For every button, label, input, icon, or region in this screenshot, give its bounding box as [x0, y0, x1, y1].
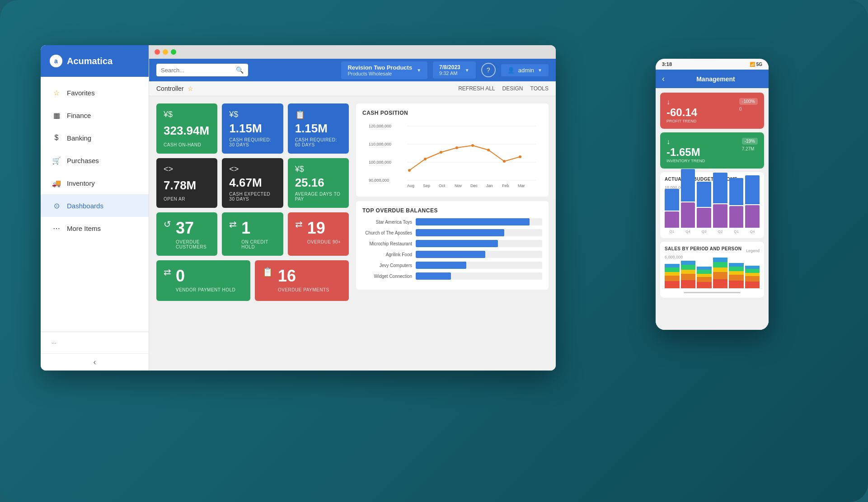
sidebar-item-more-items[interactable]: ⋯ More Items [41, 217, 149, 239]
window-maximize-btn[interactable] [171, 49, 176, 55]
bar-fill [416, 229, 504, 236]
search-input[interactable] [161, 67, 232, 74]
design-btn[interactable]: DESIGN [502, 85, 523, 92]
overdue-label: ON CREDIT HOLD [241, 239, 276, 249]
svg-text:Sep: Sep [423, 183, 430, 188]
mobile-status-bar: 3:18 📶 5G [656, 59, 769, 70]
sidebar-more[interactable]: ··· [41, 332, 149, 353]
mobile-bar-chart [665, 192, 760, 228]
sidebar-item-label: Favorites [67, 89, 95, 97]
currency-icon: ¥$ [164, 110, 210, 119]
stacked-bar [713, 258, 728, 288]
currency-icon: ¥$ [295, 164, 342, 174]
overdue-value: 16 [278, 267, 329, 286]
sidebar-item-purchases[interactable]: 🛒 Purchases [41, 149, 149, 172]
kpi-cash-60[interactable]: 📋 1.15M CASH REQUIRED: 60 DAYS [288, 103, 349, 154]
mobile-pct-badge: -100% [739, 98, 758, 105]
bar-fill [416, 251, 485, 258]
overdue-chart-title: TOP OVERDUE BALANCES [362, 207, 542, 214]
bar-label: Microchip Restaurant [362, 241, 412, 246]
seg [697, 274, 712, 277]
kpi-value: 4.67M [229, 176, 276, 190]
mobile-profit-trend-card[interactable]: ↓ -60.14 PROFIT TREND -100% 0 [660, 93, 764, 129]
refresh-all-btn[interactable]: REFRESH ALL [458, 85, 495, 92]
bar-fill [416, 272, 451, 280]
stacked-bar [745, 266, 760, 288]
search-icon[interactable]: 🔍 [236, 66, 244, 74]
window-minimize-btn[interactable] [163, 49, 168, 55]
mobile-stacked-bar-chart [665, 261, 760, 288]
sidebar-item-banking[interactable]: $ Banking [41, 127, 149, 149]
svg-text:120,000,000: 120,000,000 [369, 124, 391, 128]
svg-point-13 [487, 149, 490, 151]
seg [665, 272, 680, 276]
sidebar-logo: a Acumatica [41, 45, 149, 77]
overdue-payments-tile[interactable]: 📋 16 OVERDUE PAYMENTS [255, 260, 349, 301]
sidebar-item-dashboards[interactable]: ⊙ Dashboards [41, 194, 149, 217]
sidebar-nav: ☆ Favorites ▦ Finance $ Banking 🛒 Purcha… [41, 77, 149, 332]
back-icon[interactable]: ‹ [662, 74, 665, 84]
bar-track [416, 229, 542, 236]
window-close-btn[interactable] [155, 49, 160, 55]
seg [713, 272, 728, 279]
help-button[interactable]: ? [481, 63, 496, 77]
bar-label: Widget Connection [362, 274, 412, 279]
overdue-value: 19 [307, 219, 341, 238]
transfer-icon: ⇄ [164, 267, 171, 277]
chevron-left-icon: ‹ [94, 357, 96, 367]
x-label: Q4 [681, 230, 695, 234]
overdue-label: OVERDUE CUSTOMERS [176, 239, 210, 249]
tools-btn[interactable]: TOOLS [530, 85, 549, 92]
kpi-value: 1.15M [295, 122, 342, 136]
kpi-label: AVERAGE DAYS TO PAY [295, 192, 342, 202]
kpi-open-ar[interactable]: <> 7.78M OPEN AR [156, 158, 217, 208]
datetime-selector[interactable]: 7/8/2023 9:32 AM ▼ [433, 61, 476, 79]
svg-point-8 [408, 169, 411, 172]
seg [729, 275, 744, 281]
sidebar-item-finance[interactable]: ▦ Finance [41, 104, 149, 127]
svg-text:Oct: Oct [439, 183, 446, 188]
kpi-avg-days[interactable]: ¥$ 25.16 AVERAGE DAYS TO PAY [288, 158, 349, 208]
x-label: Q4 [745, 230, 760, 234]
bar-label: Jevy Computers [362, 263, 412, 268]
kpi-value: 1.15M [229, 122, 276, 136]
kpi-cash-expected[interactable]: <> 4.67M CASH EXPECTED 30 DAYS [222, 158, 283, 208]
cart-icon: 🛒 [52, 155, 61, 165]
logo-icon: a [50, 55, 62, 67]
kpi-label: CASH EXPECTED 30 DAYS [229, 192, 276, 202]
breadcrumb-page: Controller [156, 85, 184, 92]
bar-track [416, 272, 542, 280]
svg-text:100,000,000: 100,000,000 [369, 160, 391, 164]
dashboard-icon: ⊙ [52, 201, 61, 211]
breadcrumb-bar: Controller ☆ REFRESH ALL DESIGN TOOLS [149, 81, 556, 96]
user-menu[interactable]: 👤 admin ▼ [501, 64, 549, 76]
seg [697, 267, 712, 270]
bar-track [416, 218, 542, 225]
kpi-cash-30[interactable]: ¥$ 1.15M CASH REQUIRED: 30 DAYS [222, 103, 283, 154]
search-box[interactable]: 🔍 [156, 64, 248, 76]
user-icon: 👤 [507, 67, 515, 74]
kpi-cash-on-hand[interactable]: ¥$ 323.94M CASH ON-HAND [156, 103, 217, 154]
sidebar-item-favorites[interactable]: ☆ Favorites [41, 81, 149, 104]
home-indicator [684, 292, 741, 293]
chart-title: CASH POSITION [362, 110, 542, 116]
more-dots-icon: ··· [52, 339, 56, 346]
logo-name: Acumatica [67, 56, 113, 66]
bar-label: Agrilink Food [362, 252, 412, 257]
favorite-icon[interactable]: ☆ [188, 85, 193, 92]
sidebar-collapse-btn[interactable]: ‹ [41, 353, 149, 371]
stacked-bar [681, 261, 696, 288]
company-selector[interactable]: Revision Two Products Products Wholesale… [341, 61, 427, 79]
sidebar-item-label: Banking [67, 134, 91, 142]
down-arrow-icon: ↓ [666, 98, 697, 106]
bar-b [665, 211, 679, 228]
svg-text:Nov: Nov [455, 183, 462, 188]
vendor-hold-tile[interactable]: ⇄ 0 VENDOR PAYMENT HOLD [156, 260, 250, 301]
credit-hold-tile[interactable]: ⇄ 1 ON CREDIT HOLD [222, 212, 283, 256]
sidebar-item-inventory[interactable]: 🚚 Inventory [41, 172, 149, 194]
overdue-90-tile[interactable]: ⇄ 19 OVERDUE 90+ [288, 212, 349, 256]
seg [713, 267, 728, 272]
overdue-customers-tile[interactable]: ↺ 37 OVERDUE CUSTOMERS [156, 212, 217, 256]
mobile-inventory-trend-card[interactable]: ↓ -1.65M INVENTORY TREND -19% 7.27M [660, 132, 764, 169]
overdue-value: 1 [241, 219, 276, 238]
